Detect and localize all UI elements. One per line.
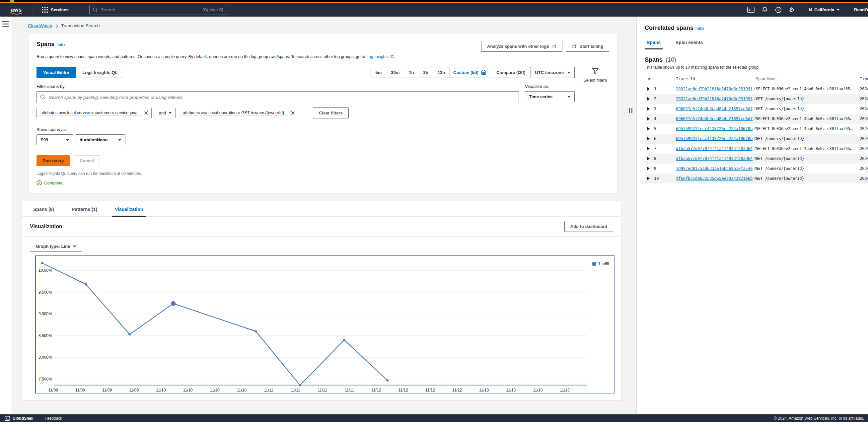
trace-id-link[interactable]: 695f599231ecc4138726cc234a10670b bbox=[676, 136, 752, 141]
settings-gear-icon[interactable]: ⚙ bbox=[789, 7, 794, 13]
trace-id-link[interactable]: 696027e5f74d4b3cad844c21897ce8d7 bbox=[676, 106, 752, 111]
tab-visual-editor[interactable]: Visual Editor bbox=[36, 67, 76, 78]
time-range-5m[interactable]: 5m bbox=[371, 70, 386, 75]
expand-row-icon[interactable] bbox=[647, 97, 650, 100]
time-cell: 2024 bbox=[860, 106, 868, 111]
span-search-input[interactable] bbox=[36, 91, 519, 103]
time-range-12h[interactable]: 12h bbox=[433, 70, 450, 75]
run-query-button[interactable]: Run query bbox=[36, 155, 70, 166]
filter-chip-text[interactable]: attributes.aws.local.service = customers… bbox=[37, 110, 141, 116]
time-range-3h[interactable]: 3h bbox=[419, 70, 433, 75]
cancel-button[interactable]: Cancel bbox=[74, 155, 100, 166]
tab-correlated-spans[interactable]: Spans bbox=[645, 40, 662, 49]
hamburger-menu-icon[interactable] bbox=[2, 21, 9, 27]
clear-filters-button[interactable]: Clear filters bbox=[313, 107, 349, 119]
x-axis-tick-label: 11/12 bbox=[452, 388, 462, 392]
chevron-down-icon bbox=[567, 96, 571, 98]
data-point[interactable] bbox=[128, 333, 131, 335]
expand-row-icon[interactable] bbox=[647, 107, 650, 110]
expand-row-icon[interactable] bbox=[647, 147, 650, 150]
selected-data-point[interactable] bbox=[171, 301, 176, 306]
trace-id-link[interactable]: 1d997ed817aad623ae1ebc69b1efa54e bbox=[676, 166, 752, 171]
x-axis-tick-label: 11/12 bbox=[399, 388, 408, 392]
services-menu[interactable]: Services bbox=[42, 7, 69, 12]
expand-row-icon[interactable] bbox=[647, 167, 650, 170]
trace-id-link[interactable]: 4f60fbccda632335d55eec0243921e6b bbox=[676, 176, 752, 181]
x-axis-tick-label: 11/13 bbox=[479, 388, 489, 392]
span-name-cell: GET /owners/{ownerId} bbox=[756, 136, 860, 141]
span-name-cell: GET /owners/{ownerId} bbox=[756, 156, 860, 161]
table-row: 7dfb3a577d077074f4fa414923f283d64SELECT … bbox=[645, 144, 868, 154]
expand-row-icon[interactable] bbox=[647, 87, 650, 91]
account-menu[interactable]: ReadO bbox=[854, 7, 868, 12]
log-insights-link[interactable]: Log Insights bbox=[366, 55, 389, 59]
metric-select[interactable]: durationNano bbox=[76, 134, 125, 145]
trace-id-link[interactable]: dfb3a577d077074f4fa414923f283d64 bbox=[676, 146, 752, 151]
panel-resize-handle[interactable] bbox=[629, 108, 632, 113]
x-axis-tick-label: 11/09 bbox=[129, 388, 139, 392]
expand-row-icon[interactable] bbox=[647, 127, 650, 130]
remove-filter-button[interactable] bbox=[288, 108, 298, 118]
trace-id-link[interactable]: 28321ae6ed79b218f6a2470d6c95199f bbox=[676, 87, 752, 91]
tab-patterns[interactable]: Patterns (1) bbox=[69, 207, 100, 216]
data-point[interactable] bbox=[254, 330, 257, 332]
aws-console-navbar: aws Services [Option+S] bbox=[0, 3, 868, 17]
custom-range-button[interactable]: Custom (5d) bbox=[450, 70, 491, 75]
expand-row-icon[interactable] bbox=[647, 117, 650, 121]
cloudshell-link[interactable]: CloudShell bbox=[5, 416, 33, 421]
data-point[interactable] bbox=[299, 384, 301, 387]
visualize-as-select[interactable]: Time series bbox=[525, 91, 575, 102]
feedback-link[interactable]: Feedback bbox=[45, 416, 62, 421]
chevron-down-icon bbox=[169, 112, 172, 114]
span-name-cell: GET /owners/{ownerId} bbox=[756, 97, 860, 101]
cloudshell-icon[interactable] bbox=[747, 7, 754, 13]
data-point[interactable] bbox=[85, 283, 87, 286]
spans-info-link[interactable]: Info bbox=[57, 42, 65, 47]
tab-span-events[interactable]: Span events bbox=[674, 40, 705, 49]
x-axis-tick-label: 11/11 bbox=[291, 388, 300, 392]
timezone-select[interactable]: UTC timezone bbox=[531, 70, 575, 75]
percentile-select[interactable]: P99 bbox=[36, 134, 73, 145]
trace-id-link[interactable]: 695f599231ecc4138726cc234a10670b bbox=[676, 126, 752, 131]
chart-legend[interactable]: 1. p99 bbox=[592, 261, 609, 266]
filter-operator-select[interactable]: and bbox=[155, 108, 176, 118]
results-tabs: Spans (8) Patterns (1) Visualization bbox=[22, 201, 621, 217]
funnel-icon[interactable] bbox=[592, 68, 599, 74]
remove-filter-button[interactable] bbox=[141, 108, 151, 118]
time-cell: 2024 bbox=[860, 87, 868, 91]
data-point[interactable] bbox=[41, 262, 43, 264]
breadcrumb-cloudwatch-link[interactable]: CloudWatch bbox=[28, 23, 52, 28]
tab-visualization[interactable]: Visualization bbox=[112, 207, 146, 216]
chevron-down-icon bbox=[66, 139, 69, 141]
data-point[interactable] bbox=[386, 379, 389, 382]
filter-chip-text[interactable]: attributes.aws.local.operation = GET /ow… bbox=[180, 110, 287, 116]
notifications-bell-icon[interactable] bbox=[762, 7, 768, 13]
help-icon[interactable]: ? bbox=[775, 7, 782, 13]
graph-type-button[interactable]: Graph type: Line bbox=[30, 241, 82, 252]
analyze-spans-button[interactable]: Analyze spans with other logs bbox=[481, 41, 562, 52]
expand-row-icon[interactable] bbox=[647, 137, 650, 140]
tab-logs-insights-ql[interactable]: Logs Insights QL bbox=[76, 67, 124, 78]
data-point[interactable] bbox=[343, 339, 345, 341]
span-name-cell: SELECT 8e036ae2-cee1-4ba6-8e6c-c801faaf6… bbox=[756, 117, 860, 121]
select-filters-label[interactable]: Select filters bbox=[583, 78, 607, 83]
aws-logo[interactable]: aws bbox=[9, 7, 24, 13]
table-row: 128321ae6ed79b218f6a2470d6c95199fSELECT … bbox=[645, 84, 868, 94]
time-range-30m[interactable]: 30m bbox=[386, 70, 404, 75]
x-axis-tick-label: 11/10 bbox=[183, 388, 192, 392]
expand-row-icon[interactable] bbox=[647, 177, 650, 180]
trace-id-link[interactable]: 696027e5f74d4b3cad844c21897ce8d7 bbox=[676, 117, 752, 121]
add-to-dashboard-button[interactable]: Add to dashboard bbox=[564, 221, 613, 232]
region-selector[interactable]: N. California bbox=[809, 7, 840, 12]
correlated-info-link[interactable]: Info bbox=[696, 26, 704, 31]
trace-id-link[interactable]: dfb3a577d077074f4fa414923f283d64 bbox=[676, 156, 752, 161]
spans-table-title: Spans bbox=[645, 56, 662, 63]
trace-id-link[interactable]: 28321ae6ed79b218f6a2470d6c95199f bbox=[676, 97, 752, 101]
expand-row-icon[interactable] bbox=[647, 157, 650, 160]
start-tailing-button[interactable]: Start tailing bbox=[566, 41, 609, 52]
compare-button[interactable]: Compare (Off) bbox=[491, 70, 531, 75]
time-range-1h[interactable]: 1h bbox=[404, 70, 418, 75]
tab-spans[interactable]: Spans (8) bbox=[31, 207, 57, 216]
p99-duration-chart[interactable]: 10.00M9.500M9.000M8.500M8.000M7.500M11/0… bbox=[35, 255, 615, 393]
table-row: 5695f599231ecc4138726cc234a10670bSELECT … bbox=[645, 124, 868, 134]
